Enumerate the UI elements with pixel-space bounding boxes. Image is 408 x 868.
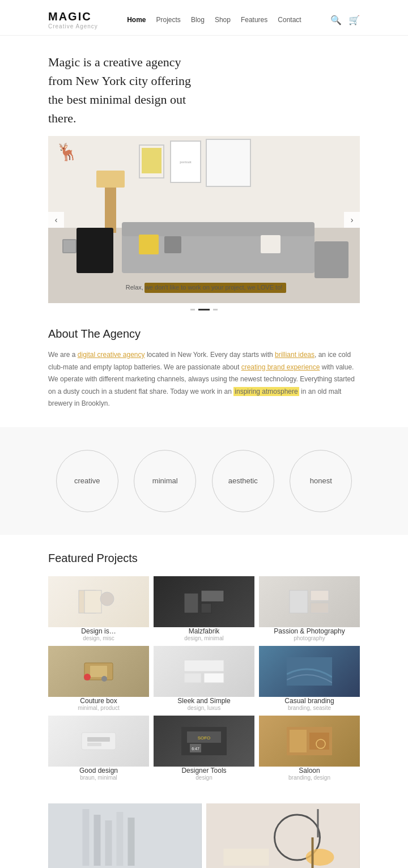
lamp-shade [96,171,125,188]
nav-home[interactable]: Home [127,16,146,24]
values-circles: creative minimal aesthetic honest [0,427,408,535]
project-thumbnail [48,646,149,697]
logo: MAGIC Creative Agency [48,10,98,29]
svg-point-12 [101,676,107,682]
cart-icon[interactable]: 🛒 [348,15,360,25]
projects-title: Featured Projects [48,552,360,565]
svg-rect-5 [201,603,211,613]
frame-content-2: portrait [171,142,200,182]
about-title: About The Agency [48,327,360,341]
slider-dot-2[interactable] [198,309,210,310]
svg-rect-33 [117,812,124,866]
list-item[interactable]: Design is… design, misc [48,576,149,641]
room-wall [48,136,360,228]
logo-tagline: Creative Agency [48,23,98,29]
project-tags: branding, design [259,775,360,781]
value-honest: honest [290,450,352,512]
nav-features[interactable]: Features [241,16,267,24]
svg-rect-19 [87,743,101,746]
blog-item[interactable]: Our Blog [48,803,202,868]
list-item[interactable]: Casual branding branding, seasite [259,646,360,711]
blog-preview-graphic [48,803,202,868]
contact-item[interactable]: Contact Us [206,803,360,868]
project-tags: design, luxus [154,705,254,711]
list-item[interactable]: Malzfabrik design, minimal [154,576,254,641]
svg-rect-7 [311,590,329,601]
project-name: Couture box [48,697,149,705]
svg-rect-30 [83,809,90,866]
slider-dot-3[interactable] [213,309,218,310]
nav-shop[interactable]: Shop [215,16,231,24]
pillow-light [261,235,280,253]
value-minimal-label: minimal [152,476,178,485]
blog-thumbnail [48,803,202,868]
svg-rect-18 [87,737,110,742]
hero-heading: Magic is a creative agency from New York… [48,53,207,127]
project-thumbnail [259,716,360,767]
project-preview-graphic [181,657,227,686]
project-name: Passion & Photography [259,627,360,635]
slider-next-button[interactable]: › [344,212,360,228]
project-name: Casual branding [259,697,360,705]
nav-icons: 🔍 🛒 [330,15,360,25]
value-creative: creative [56,450,118,512]
project-tags: photography [259,635,360,641]
blog-contact-section: Our Blog Contact Us [0,798,408,868]
svg-rect-37 [317,809,319,837]
project-thumbnail [48,576,149,627]
svg-rect-32 [105,820,112,866]
project-tags: braun, minimal [48,775,149,781]
nav-contact[interactable]: Contact [278,16,301,24]
search-icon[interactable]: 🔍 [330,15,342,25]
contact-thumbnail [206,803,360,868]
slider-dots [48,309,360,310]
slider-prev-button[interactable]: ‹ [48,212,64,228]
room-scene-graphic: portrait 🦌 [48,136,360,303]
pillow-dark [164,236,181,253]
about-highlight-4: inspiring atmosphere [233,387,299,396]
svg-rect-3 [184,593,198,613]
svg-rect-40 [312,837,314,868]
antlers-decor: 🦌 [55,140,79,163]
frame-content [142,148,162,173]
list-item[interactable]: Good design braun, minimal [48,716,149,781]
list-item[interactable]: Couture box minimal, product [48,646,149,711]
image-slider: portrait 🦌 ‹ [48,136,360,310]
chair-right [314,241,348,278]
contact-preview-graphic [206,803,360,868]
svg-rect-13 [184,660,224,671]
list-item[interactable]: Saloon branding, design [259,716,360,781]
project-tags: minimal, product [48,705,149,711]
about-highlight-3: creating brand experience [241,363,320,371]
project-tags: design, minimal [154,635,254,641]
project-preview-graphic [76,657,121,686]
project-tags: design [154,775,254,781]
svg-text:SOFO: SOFO [198,735,211,741]
nav-blog[interactable]: Blog [191,16,205,24]
project-preview-graphic [287,657,332,686]
slider-dot-1[interactable] [190,309,195,310]
pillow-yellow [139,235,159,254]
project-preview-graphic [76,727,121,755]
svg-rect-4 [201,590,224,602]
svg-rect-38 [224,849,269,866]
site-header: MAGIC Creative Agency Home Projects Blog… [0,0,408,36]
svg-point-11 [84,674,91,680]
basket-decor [62,239,76,253]
project-name: Saloon [259,767,360,775]
projects-grid: Design is… design, misc Malzfabrik desig… [48,576,360,781]
project-thumbnail [154,576,254,627]
svg-rect-10 [90,666,107,677]
value-creative-label: creative [74,476,100,485]
svg-rect-27 [309,733,329,750]
list-item[interactable]: SOFO 6:47 Designer Tools design [154,716,254,781]
project-name: Good design [48,767,149,775]
svg-rect-14 [184,673,201,683]
nav-projects[interactable]: Projects [156,16,181,24]
value-aesthetic: aesthetic [212,450,274,512]
list-item[interactable]: Sleek and Simple design, luxus [154,646,254,711]
project-thumbnail [48,716,149,767]
list-item[interactable]: Passion & Photography photography [259,576,360,641]
sofa [122,233,314,273]
project-name: Malzfabrik [154,627,254,635]
